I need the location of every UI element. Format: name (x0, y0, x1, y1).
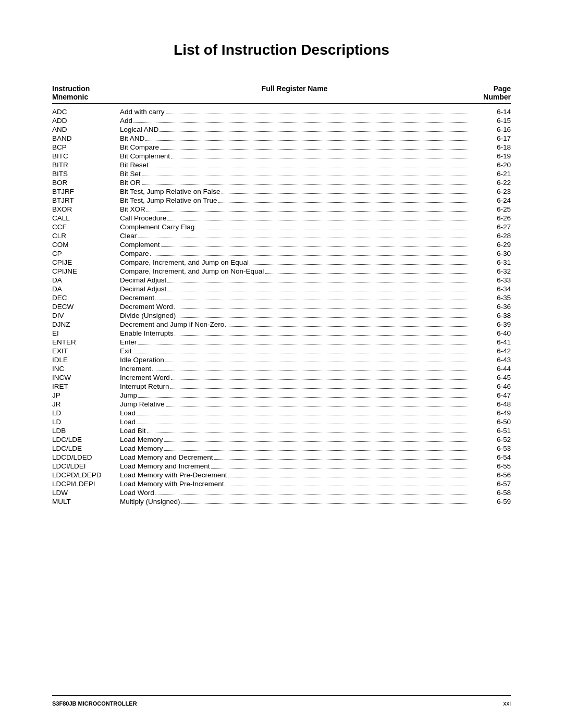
mnemonic: LDCI/LDEI (52, 462, 120, 470)
description: Compare, Increment, and Jump on Equal (120, 258, 469, 266)
description-text: Complement (120, 241, 160, 249)
description-text: Bit AND (120, 134, 144, 142)
page-number: 6-46 (469, 382, 511, 390)
description: Exit (120, 347, 469, 355)
description-text: Jump Relative (120, 400, 165, 408)
mnemonic: CLR (52, 232, 120, 240)
page-number: 6-42 (469, 347, 511, 355)
mnemonic: ADC (52, 108, 120, 116)
table-row: BCPBit Compare 6-18 (52, 143, 511, 151)
description-text: Clear (120, 232, 137, 240)
table-row: ENTEREnter 6-41 (52, 338, 511, 346)
dots-separator (152, 371, 468, 371)
footer: S3F80JB MICROCONTROLLER xxi (52, 695, 511, 707)
table-row: ADCAdd with carry 6-14 (52, 108, 511, 116)
page-number: 6-47 (469, 391, 511, 399)
mnemonic: LDB (52, 427, 120, 435)
description-text: Load Memory with Pre-Decrement (120, 471, 227, 479)
table-row: LDLoad 6-50 (52, 418, 511, 426)
mnemonic: DIV (52, 312, 120, 319)
dots-separator (167, 291, 468, 291)
dots-separator (145, 140, 468, 141)
mnemonic: INC (52, 365, 120, 373)
description-text: Load Memory (120, 445, 163, 452)
description: Decimal Adjust (120, 276, 469, 284)
description-text: Complement Carry Flag (120, 223, 194, 231)
description: Bit Set (120, 170, 469, 178)
description-text: Decimal Adjust (120, 285, 166, 293)
description: Increment Word (120, 374, 469, 381)
mnemonic: LDC/LDE (52, 445, 120, 452)
description: Jump (120, 391, 469, 399)
mnemonic: BCP (52, 143, 120, 151)
description: Decrement and Jump if Non-Zero (120, 320, 469, 328)
dots-separator (150, 255, 468, 256)
description: Load Memory and Increment (120, 462, 469, 470)
mnemonic: IDLE (52, 356, 120, 364)
dots-separator (147, 433, 468, 433)
table-row: BXORBit XOR 6-25 (52, 205, 511, 213)
page-number: 6-27 (469, 223, 511, 231)
page-number: 6-57 (469, 480, 511, 488)
page-number: 6-19 (469, 152, 511, 160)
description: Enter (120, 338, 469, 346)
mnemonic: IRET (52, 382, 120, 390)
description: Complement (120, 241, 469, 249)
description: Bit Test, Jump Relative on False (120, 188, 469, 195)
page-number: 6-59 (469, 498, 511, 505)
mnemonic: DA (52, 276, 120, 284)
page-number: 6-36 (469, 303, 511, 311)
dots-separator (214, 459, 468, 460)
mnemonic: BITC (52, 152, 120, 160)
description: Bit Test, Jump Relative on True (120, 196, 469, 204)
dots-separator (161, 246, 468, 247)
footer-right: xxi (503, 700, 511, 707)
mnemonic: DEC (52, 294, 120, 302)
page-title: List of Instruction Descriptions (52, 42, 511, 58)
dots-separator (222, 193, 468, 194)
table-row: CPCompare 6-30 (52, 250, 511, 257)
description-text: Decrement and Jump if Non-Zero (120, 320, 224, 328)
table-row: BTJRFBit Test, Jump Relative on False6-2… (52, 188, 511, 195)
dots-separator (181, 503, 468, 504)
table-row: BANDBit AND 6-17 (52, 134, 511, 142)
mnemonic: BTJRF (52, 188, 120, 195)
footer-left: S3F80JB MICROCONTROLLER (52, 700, 137, 707)
description-text: Load Memory (120, 436, 163, 443)
description: Load Memory and Decrement (120, 453, 469, 461)
description: Logical AND (120, 126, 469, 133)
col-page-header: Page Number (469, 84, 511, 101)
page-number: 6-31 (469, 258, 511, 266)
page-number: 6-45 (469, 374, 511, 381)
table-row: ANDLogical AND 6-16 (52, 126, 511, 133)
description-text: Bit Compare (120, 143, 159, 151)
description: Load (120, 418, 469, 426)
dots-separator (166, 406, 468, 406)
table-row: LDLoad 6-49 (52, 409, 511, 417)
dots-separator (171, 379, 468, 380)
dots-separator (137, 415, 468, 415)
description: Compare, Increment, and Jump on Non-Equa… (120, 267, 469, 275)
page-number: 6-39 (469, 320, 511, 328)
dots-separator (146, 211, 468, 212)
description: Multiply (Unsigned) (120, 498, 469, 505)
dots-separator (142, 184, 468, 185)
description-text: Compare (120, 250, 149, 257)
table-row: LDC/LDELoad Memory 6-52 (52, 436, 511, 443)
mnemonic: DA (52, 285, 120, 293)
dots-separator (171, 158, 468, 158)
table-row: CPIJNECompare, Increment, and Jump on No… (52, 267, 511, 275)
dots-separator (164, 441, 468, 442)
page-number: 6-33 (469, 276, 511, 284)
table-row: COMComplement6-29 (52, 241, 511, 249)
dots-separator (133, 122, 468, 123)
description-text: Decrement Word (120, 303, 173, 311)
mnemonic: LD (52, 409, 120, 417)
table-row: LDWLoad Word6-58 (52, 489, 511, 497)
description-text: Bit OR (120, 179, 141, 187)
page-number: 6-49 (469, 409, 511, 417)
mnemonic: BOR (52, 179, 120, 187)
description-text: Compare, Increment, and Jump on Equal (120, 258, 249, 266)
mnemonic: ADD (52, 117, 120, 125)
description: Load Memory with Pre-Decrement (120, 471, 469, 479)
